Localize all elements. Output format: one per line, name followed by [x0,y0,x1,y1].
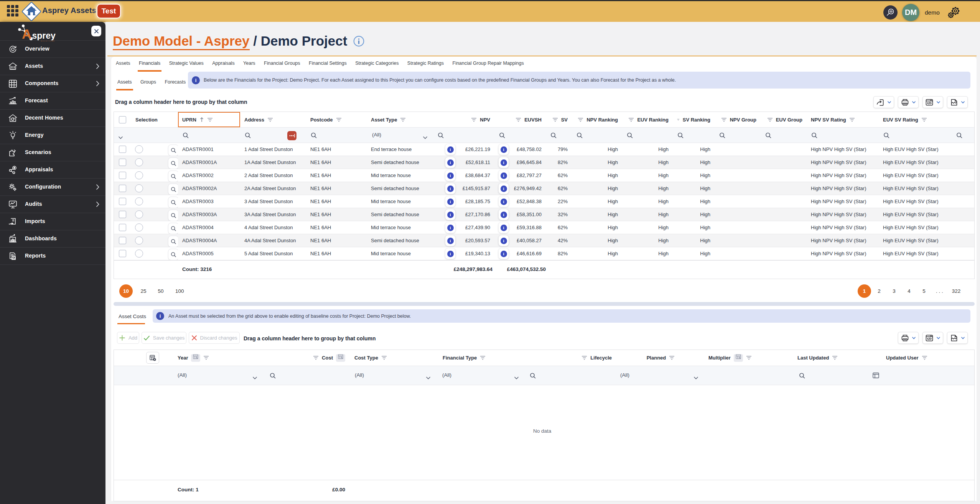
svg-text:A: A [22,26,31,41]
svg-text:sprey: sprey [32,31,56,41]
